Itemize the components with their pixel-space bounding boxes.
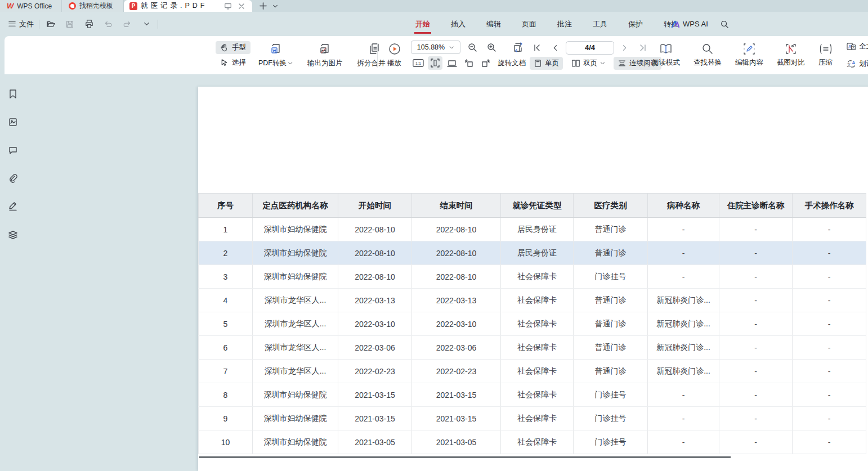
double-page-view-button[interactable]: 双页 [567, 57, 609, 70]
layers-icon[interactable] [6, 228, 20, 241]
table-cell: - [719, 407, 793, 430]
table-cell: 8 [199, 383, 253, 407]
tab-document-pdf[interactable]: P 就医记录.PDF [124, 0, 252, 12]
print-icon[interactable] [83, 18, 95, 30]
menu-tab-2[interactable]: 编辑 [485, 17, 502, 32]
table-bottom-border [199, 456, 731, 458]
new-tab-button[interactable] [258, 1, 268, 11]
edit-content-button[interactable]: 编辑内容 [732, 41, 767, 70]
redo-icon[interactable] [121, 18, 133, 30]
full-translate-icon: A 文 [847, 42, 856, 51]
more-actions-chevron-icon[interactable] [140, 18, 153, 30]
table-cell: 2022-03-13 [338, 289, 412, 312]
table-cell: 深圳市龙华区人... [253, 360, 338, 383]
tab-wps-office[interactable]: W WPS Office [0, 0, 62, 12]
screenshot-compare-button[interactable]: 截图对比 [773, 41, 808, 70]
monitor-share-icon[interactable] [223, 1, 233, 11]
select-tool-label: 选择 [232, 58, 246, 68]
find-replace-button[interactable]: 查找替换 [690, 41, 725, 70]
tab-bar: W WPS Office 找稻壳模板 P 就医记录.PDF [0, 0, 868, 12]
pdf-convert-button[interactable]: PDF转换 [255, 40, 296, 70]
actual-size-icon[interactable]: 1:1 [411, 56, 426, 70]
table-header-cell: 住院主诊断名称 [719, 194, 793, 218]
table-cell: 深圳市妇幼保健院 [253, 407, 338, 430]
first-page-icon[interactable] [530, 41, 544, 55]
fit-width-icon[interactable] [445, 56, 459, 70]
table-cell: - [719, 289, 793, 312]
table-cell: - [648, 430, 719, 454]
pdf-convert-icon [269, 42, 283, 56]
fit-page-icon[interactable] [428, 56, 442, 70]
replace-pages-icon[interactable] [511, 41, 526, 54]
table-row: 2深圳市妇幼保健院2022-08-102022-08-10居民身份证普通门诊--… [199, 241, 866, 265]
undo-icon[interactable] [102, 18, 114, 30]
close-tab-icon[interactable] [236, 1, 247, 11]
menu-tab-5[interactable]: 工具 [592, 17, 609, 32]
export-image-icon [318, 42, 332, 56]
full-translate-button[interactable]: A 文 全文翻译 [843, 40, 868, 53]
table-cell: 深圳市妇幼保健院 [253, 265, 338, 289]
table-row: 10深圳市妇幼保健院2021-03-052021-03-05社会保障卡门诊挂号-… [199, 430, 866, 454]
table-cell: 2022-03-10 [338, 312, 412, 336]
ribbon-toolbar: 手型 选择 PDF转换 输出为图片 [5, 36, 868, 74]
table-cell: - [793, 430, 866, 454]
compress-button[interactable]: 压缩 [815, 41, 836, 70]
open-file-icon[interactable] [44, 18, 57, 30]
thumbnail-icon[interactable] [6, 115, 20, 129]
single-page-view-button[interactable]: 单页 [530, 57, 563, 70]
zoom-in-icon[interactable] [484, 41, 499, 54]
tab-docer-templates[interactable]: 找稻壳模板 [62, 0, 124, 12]
tab-list-chevron-icon[interactable] [270, 1, 280, 11]
attachment-icon[interactable] [6, 172, 20, 185]
table-row: 4深圳市龙华区人...2022-03-132022-03-13社会保障卡普通门诊… [199, 289, 866, 312]
file-menu-button[interactable]: 文件 [8, 19, 34, 29]
continuous-read-icon [618, 59, 627, 68]
table-cell: - [648, 241, 719, 265]
page-number-input[interactable]: 4/4 [566, 41, 614, 55]
rotate-right-icon[interactable] [478, 56, 493, 70]
table-cell: - [719, 383, 793, 407]
menu-tab-3[interactable]: 页面 [521, 17, 538, 32]
word-translate-button[interactable]: 文 A 划词翻译 [843, 57, 868, 70]
table-cell: 新冠肺炎门诊... [648, 360, 719, 383]
hand-tool-label: 手型 [232, 43, 246, 52]
read-mode-button[interactable]: 阅读模式 [648, 41, 683, 70]
wps-ai-button[interactable]: WPS AI [671, 20, 708, 28]
rotate-left-icon[interactable] [462, 56, 476, 70]
save-icon[interactable] [64, 18, 76, 30]
play-slideshow-button[interactable]: 播放 [384, 40, 405, 70]
bookmark-icon[interactable] [6, 87, 20, 101]
table-cell: 深圳市龙华区人... [253, 289, 338, 312]
table-cell: 居民身份证 [501, 241, 574, 265]
table-cell: 9 [199, 407, 253, 430]
screenshot-compare-label: 截图对比 [777, 58, 805, 68]
prev-page-icon[interactable] [548, 41, 562, 55]
hand-icon [220, 43, 229, 52]
hand-tool-button[interactable]: 手型 [216, 41, 250, 54]
table-cell: 社会保障卡 [501, 430, 574, 454]
split-merge-icon [368, 42, 381, 56]
next-page-icon[interactable] [618, 41, 632, 55]
menu-tab-1[interactable]: 插入 [450, 17, 467, 32]
export-image-button[interactable]: 输出为图片 [304, 40, 346, 70]
menu-search-icon[interactable] [718, 18, 731, 30]
signature-icon[interactable] [6, 200, 20, 213]
zoom-level-combobox[interactable]: 105.88% [411, 41, 460, 54]
chevron-down-icon [288, 61, 293, 66]
table-cell: - [719, 218, 793, 241]
menu-tab-6[interactable]: 保护 [627, 17, 644, 32]
menu-tab-0[interactable]: 开始 [414, 17, 431, 32]
wps-ai-label: WPS AI [683, 20, 708, 28]
pdf-convert-label: PDF转换 [258, 59, 287, 68]
zoom-out-icon[interactable] [465, 41, 480, 54]
rotate-doc-label[interactable]: 旋转文档 [498, 59, 526, 68]
select-tool-button[interactable]: 选择 [216, 56, 250, 69]
table-header-row: 序号定点医药机构名称开始时间结束时间就诊凭证类型医疗类别病种名称住院主诊断名称手… [199, 194, 866, 218]
table-cell: - [793, 289, 866, 312]
svg-text:文: 文 [852, 45, 856, 49]
comment-icon[interactable] [6, 143, 20, 157]
chevron-down-icon [600, 61, 605, 66]
table-row: 1深圳市妇幼保健院2022-08-102022-08-10居民身份证普通门诊--… [199, 218, 866, 241]
menu-tab-4[interactable]: 批注 [556, 17, 573, 32]
table-cell: - [719, 360, 793, 383]
